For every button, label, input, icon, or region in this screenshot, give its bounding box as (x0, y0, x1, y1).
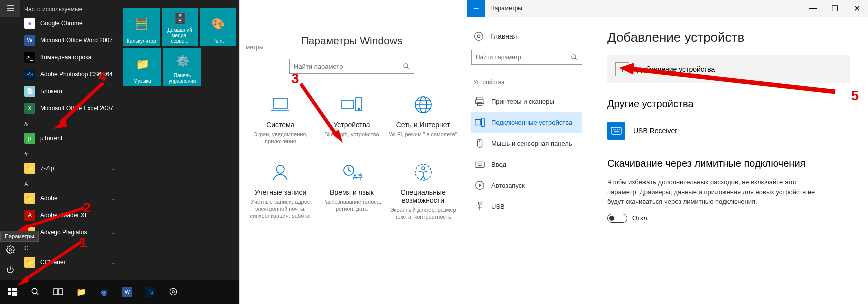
back-button[interactable]: ← (467, 0, 485, 17)
nav-mouse[interactable]: Мышь и сенсорная панель (471, 133, 582, 154)
close-button[interactable]: ✕ (846, 0, 868, 17)
svg-point-23 (422, 167, 425, 170)
gear-icon (473, 31, 484, 42)
tile-music[interactable]: 📁Музыка (123, 48, 161, 86)
nav-connected-devices[interactable]: Подключенные устройства (471, 112, 582, 133)
svg-point-16 (358, 108, 359, 110)
titlebar: ← Параметры — ☐ ✕ (464, 0, 868, 17)
nav-printers[interactable]: Принтеры и сканеры (471, 91, 582, 112)
app-photoshop[interactable]: PsAdobe Photoshop CS6 x64 (20, 66, 120, 83)
app-adobe-reader[interactable]: AAdobe Reader XI (20, 207, 120, 224)
svg-rect-34 (475, 162, 484, 168)
settings-home-search[interactable] (289, 59, 414, 74)
app-word[interactable]: WMicrosoft Office Word 2007 (20, 32, 120, 49)
metered-toggle[interactable]: Откл. (607, 214, 850, 223)
svg-point-8 (172, 291, 175, 294)
settings-home-window: метры Параметры Windows Система Экран, у… (239, 0, 464, 304)
device-usb-receiver[interactable]: USB Receiver (607, 118, 850, 144)
settings-devices[interactable]: Устройства Bluetooth, устройства (317, 94, 387, 146)
search-button[interactable] (24, 281, 46, 303)
start-menu: Часто используемые ●Google Chrome WMicro… (0, 0, 239, 304)
sidebar-search[interactable] (471, 50, 582, 65)
settings-network[interactable]: Сеть и Интернет Wi-Fi, режим " в самолет… (388, 94, 458, 146)
svg-point-0 (9, 249, 12, 252)
task-photoshop[interactable]: Ps (139, 281, 161, 303)
tile-control-panel[interactable]: ⚙️Панель управления (163, 48, 201, 86)
chevron-down-icon: ⌄ (111, 230, 115, 236)
svg-rect-6 (54, 289, 58, 295)
app-excel[interactable]: XMicrosoft Office Excel 2007 (20, 100, 120, 117)
svg-rect-4 (12, 292, 17, 296)
sidebar-search-input[interactable] (476, 54, 571, 61)
printer-icon (474, 96, 485, 107)
keyboard-icon (474, 159, 485, 170)
settings-button[interactable] (0, 240, 20, 260)
minimize-button[interactable]: — (802, 0, 824, 17)
power-button[interactable] (0, 260, 20, 280)
tile-calculator[interactable]: 🧮Калькулятор (123, 8, 160, 46)
task-word[interactable]: W (116, 281, 138, 303)
nav-autoplay[interactable]: Автозапуск (471, 175, 582, 196)
app-adobe[interactable]: 📁Adobe⌄ (20, 190, 120, 207)
taskview-button[interactable] (47, 281, 69, 303)
svg-rect-29 (476, 100, 484, 104)
svg-rect-7 (59, 289, 63, 295)
add-device-button[interactable]: + Добавление устройства (607, 56, 850, 84)
start-tiles: 🧮Калькулятор 🗄️Домашний медиа-серве... 🎨… (120, 0, 239, 280)
connected-icon (474, 117, 485, 128)
app-chrome[interactable]: ●Google Chrome (20, 15, 120, 32)
nav-usb[interactable]: USB (471, 196, 582, 217)
svg-point-19 (276, 166, 284, 174)
metered-heading: Скачивание через лимитные подключения (607, 158, 850, 170)
person-icon (270, 162, 290, 182)
task-chrome[interactable]: ◉ (93, 281, 115, 303)
svg-text:A字: A字 (353, 173, 362, 181)
svg-point-26 (475, 32, 483, 41)
settings-accounts[interactable]: Учетные записи Учетные записи, адрес эле… (245, 162, 315, 221)
settings-time-language[interactable]: A字 Время и язык Распознавание голоса, ре… (317, 162, 387, 221)
task-settings[interactable] (162, 281, 184, 303)
app-7zip[interactable]: 📁7-Zip⌄ (20, 160, 120, 177)
settings-content: Добавление устройств + Добавление устрой… (589, 17, 868, 304)
settings-system[interactable]: Система Экран, уведомления, приложения (245, 94, 315, 146)
svg-rect-31 (475, 120, 481, 126)
tile-paint[interactable]: 🎨Paint (200, 8, 236, 46)
settings-accessibility[interactable]: Специальные возможности Экранный диктор,… (388, 162, 458, 221)
start-button[interactable] (1, 281, 23, 303)
letter-a[interactable]: A (20, 177, 120, 190)
app-notepad[interactable]: 📄Блокнот (20, 83, 120, 100)
section-frequent: Часто используемые (20, 2, 120, 15)
svg-rect-37 (611, 128, 621, 134)
time-lang-icon: A字 (342, 162, 362, 182)
annotation-5: 5 (851, 88, 859, 104)
app-ccleaner[interactable]: 📁CCleaner⌄ (20, 254, 120, 271)
svg-point-12 (404, 64, 408, 68)
hamburger-icon[interactable] (0, 0, 20, 17)
letter-amp[interactable]: & (20, 117, 120, 130)
maximize-button[interactable]: ☐ (824, 0, 846, 17)
chevron-down-icon: ⌄ (111, 166, 115, 172)
app-utorrent[interactable]: µµTorrent (20, 130, 120, 147)
chevron-down-icon: ⌄ (111, 260, 115, 266)
globe-icon (413, 95, 433, 115)
autoplay-icon (474, 180, 485, 191)
nav-typing[interactable]: Ввод (471, 154, 582, 175)
settings-detail-window: ← Параметры — ☐ ✕ Главная Устройства При… (464, 0, 868, 304)
settings-home-title: Параметры Windows (240, 35, 464, 47)
letter-c[interactable]: C (20, 241, 120, 254)
settings-sidebar: Главная Устройства Принтеры и сканеры По… (464, 17, 589, 304)
search-icon (403, 63, 410, 70)
svg-rect-32 (482, 118, 485, 127)
svg-rect-14 (342, 101, 354, 109)
app-cmd[interactable]: >_Командная строка (20, 49, 120, 66)
toggle-pill[interactable] (607, 214, 627, 223)
sidebar-category: Устройства (471, 76, 582, 89)
task-explorer[interactable]: 📁 (70, 281, 92, 303)
accessibility-icon (413, 162, 433, 182)
sidebar-home[interactable]: Главная (471, 27, 582, 46)
settings-home-search-input[interactable] (294, 63, 403, 70)
tile-media-server[interactable]: 🗄️Домашний медиа-серве... (162, 8, 198, 46)
svg-rect-2 (12, 288, 17, 292)
keyboard-icon (607, 122, 625, 140)
letter-hash[interactable]: # (20, 147, 120, 160)
